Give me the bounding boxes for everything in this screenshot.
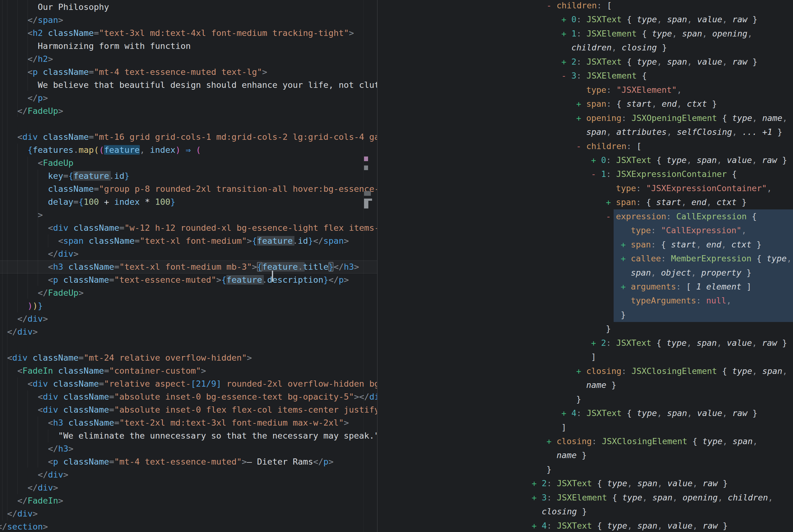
ast-line[interactable]: } bbox=[378, 462, 793, 477]
ast-line[interactable]: + 2: JSXText { type, span, value, raw } bbox=[378, 336, 793, 350]
code-line[interactable]: </div> bbox=[0, 468, 378, 481]
code-line[interactable]: <FadeUp bbox=[0, 156, 378, 170]
code-line[interactable]: <p className="mt-4 text-essence-muted te… bbox=[0, 65, 378, 79]
code-line[interactable]: ))} bbox=[0, 299, 378, 312]
expand-icon[interactable]: + bbox=[531, 478, 537, 488]
code-line[interactable]: > bbox=[0, 208, 378, 222]
collapse-icon[interactable]: - bbox=[546, 1, 552, 10]
code-line-active[interactable]: <h3 className="text-xl font-medium mb-3"… bbox=[0, 261, 378, 273]
ast-line[interactable]: + 0: JSXText { type, span, value, raw } bbox=[378, 153, 793, 167]
ast-line[interactable]: - children: [ bbox=[378, 139, 793, 153]
left-code-pane[interactable]: Our Philosophy </span> <h2 className="te… bbox=[0, 0, 378, 532]
expand-icon[interactable]: + bbox=[606, 197, 611, 207]
ast-line[interactable]: + 2: JSXText { type, span, value, raw } bbox=[378, 55, 793, 69]
expand-icon[interactable]: + bbox=[591, 338, 596, 348]
expand-icon[interactable]: + bbox=[621, 282, 626, 291]
expand-icon[interactable]: + bbox=[591, 155, 596, 165]
code-line[interactable] bbox=[0, 117, 378, 131]
code-line[interactable]: <h3 className="text-2xl md:text-3xl font… bbox=[0, 416, 378, 429]
expand-icon[interactable]: + bbox=[561, 29, 566, 38]
ast-line[interactable]: type: "JSXExpressionContainer", bbox=[378, 181, 793, 195]
ast-line[interactable]: span, attributes, selfClosing, ... +1 } bbox=[378, 125, 793, 139]
ast-line[interactable]: + closing: JSXClosingElement { type, spa… bbox=[378, 364, 793, 378]
code-line[interactable]: "We eliminate the unnecessary so that th… bbox=[0, 429, 378, 442]
pane-divider[interactable] bbox=[377, 0, 378, 532]
code-line[interactable]: Our Philosophy bbox=[0, 1, 378, 14]
expand-icon[interactable]: + bbox=[576, 113, 581, 123]
ast-line[interactable]: type: "CallExpression", bbox=[378, 223, 793, 238]
code-line[interactable]: <div className="w-12 h-12 rounded-xl bg-… bbox=[0, 222, 378, 234]
code-line[interactable]: </div> bbox=[0, 247, 378, 261]
ast-line[interactable]: - 3: JSXElement { bbox=[378, 69, 793, 83]
expand-icon[interactable]: + bbox=[531, 493, 537, 502]
ast-line[interactable]: - 1: JSXExpressionContainer { bbox=[378, 167, 793, 181]
ast-line[interactable]: + 3: JSXElement { type, span, opening, c… bbox=[378, 491, 793, 505]
code-line[interactable]: </section> bbox=[0, 520, 378, 532]
code-line[interactable]: </FadeUp> bbox=[0, 286, 378, 299]
code-line[interactable]: <span className="text-xl font-medium">{f… bbox=[0, 234, 378, 247]
code-line[interactable]: </div> bbox=[0, 325, 378, 338]
code-line[interactable]: Harmonizing form with function bbox=[0, 40, 378, 53]
ast-line[interactable]: + 4: JSXText { type, span, value, raw } bbox=[378, 519, 793, 532]
expand-icon[interactable]: + bbox=[576, 99, 581, 109]
expand-icon[interactable]: + bbox=[561, 57, 566, 66]
code-line[interactable]: </h3> bbox=[0, 442, 378, 455]
expand-icon[interactable]: + bbox=[621, 254, 626, 263]
expand-icon[interactable]: + bbox=[546, 436, 552, 446]
code-line[interactable]: <div className="relative aspect-[21/9] r… bbox=[0, 377, 378, 390]
code-line[interactable]: key={feature.id} bbox=[0, 170, 378, 183]
code-line[interactable]: </p> bbox=[0, 92, 378, 104]
ast-line[interactable]: + 2: JSXText { type, span, value, raw } bbox=[378, 476, 793, 491]
expand-icon[interactable]: + bbox=[561, 15, 566, 24]
expand-icon[interactable]: + bbox=[576, 366, 581, 376]
ast-line[interactable]: name } bbox=[378, 378, 793, 392]
collapse-icon[interactable]: - bbox=[606, 212, 611, 221]
ast-line[interactable]: - children: [ bbox=[378, 0, 793, 13]
ast-line[interactable]: ] bbox=[378, 350, 793, 364]
code-line[interactable]: </span> bbox=[0, 14, 378, 26]
collapse-icon[interactable]: - bbox=[576, 141, 581, 151]
ast-line[interactable]: typeArguments: null, bbox=[378, 293, 793, 308]
code-line[interactable]: </div> bbox=[0, 312, 378, 325]
code-line[interactable]: <h2 className="text-3xl md:text-4xl font… bbox=[0, 26, 378, 40]
code-line[interactable]: <FadeIn className="container-custom"> bbox=[0, 364, 378, 377]
code-line[interactable] bbox=[0, 338, 378, 352]
ast-line[interactable]: } bbox=[378, 308, 793, 322]
ast-line[interactable]: + span: { start, end, ctxt } bbox=[378, 97, 793, 111]
code-line[interactable]: {features.map((feature, index) ⇒ ( bbox=[0, 144, 378, 156]
expand-icon[interactable]: + bbox=[621, 240, 626, 249]
ast-line[interactable]: type: "JSXElement", bbox=[378, 83, 793, 97]
code-line[interactable]: delay={100 + index * 100} bbox=[0, 195, 378, 208]
ast-line[interactable]: } bbox=[378, 392, 793, 406]
code-line[interactable]: className="group p-8 rounded-2xl transit… bbox=[0, 183, 378, 195]
code-line[interactable]: </div> bbox=[0, 481, 378, 494]
expand-icon[interactable]: + bbox=[531, 521, 537, 530]
ast-pane[interactable]: - children: [+ 0: JSXText { type, span, … bbox=[378, 0, 793, 532]
collapse-icon[interactable]: - bbox=[591, 169, 596, 179]
ast-line[interactable]: + arguments: [ 1 element ] bbox=[378, 280, 793, 294]
code-line[interactable]: </h2> bbox=[0, 53, 378, 65]
ast-line[interactable]: closing } bbox=[378, 505, 793, 519]
code-line[interactable]: <p className="text-essence-muted">{featu… bbox=[0, 273, 378, 286]
ast-line[interactable]: children, closing } bbox=[378, 40, 793, 55]
code-line[interactable]: <div className="mt-16 grid grid-cols-1 m… bbox=[0, 131, 378, 144]
ast-line[interactable]: span, object, property } bbox=[378, 266, 793, 280]
ast-line[interactable]: + closing: JSXClosingElement { type, spa… bbox=[378, 434, 793, 449]
code-line[interactable]: </FadeIn> bbox=[0, 494, 378, 507]
ast-line[interactable]: + callee: MemberExpression { type, bbox=[378, 251, 793, 266]
ast-line[interactable]: + opening: JSXOpeningElement { type, nam… bbox=[378, 111, 793, 125]
collapse-icon[interactable]: - bbox=[561, 71, 566, 80]
code-line[interactable]: <p className="mt-4 text-essence-muted">—… bbox=[0, 455, 378, 468]
ast-line[interactable]: + span: { start, end, ctxt } bbox=[378, 195, 793, 209]
ast-line[interactable]: } bbox=[378, 322, 793, 336]
ast-line[interactable]: - expression: CallExpression { bbox=[378, 209, 793, 224]
code-line[interactable]: <div className="mt-24 relative overflow-… bbox=[0, 352, 378, 364]
ast-line[interactable]: + span: { start, end, ctxt } bbox=[378, 238, 793, 252]
ast-line[interactable]: + 0: JSXText { type, span, value, raw } bbox=[378, 12, 793, 26]
code-line[interactable]: <div className="absolute inset-0 bg-esse… bbox=[0, 390, 378, 403]
code-line[interactable]: <div className="absolute inset-0 flex fl… bbox=[0, 403, 378, 416]
code-line[interactable]: </div> bbox=[0, 507, 378, 520]
ast-line[interactable]: ] bbox=[378, 420, 793, 435]
expand-icon[interactable]: + bbox=[561, 408, 566, 418]
code-line[interactable]: </FadeUp> bbox=[0, 104, 378, 117]
